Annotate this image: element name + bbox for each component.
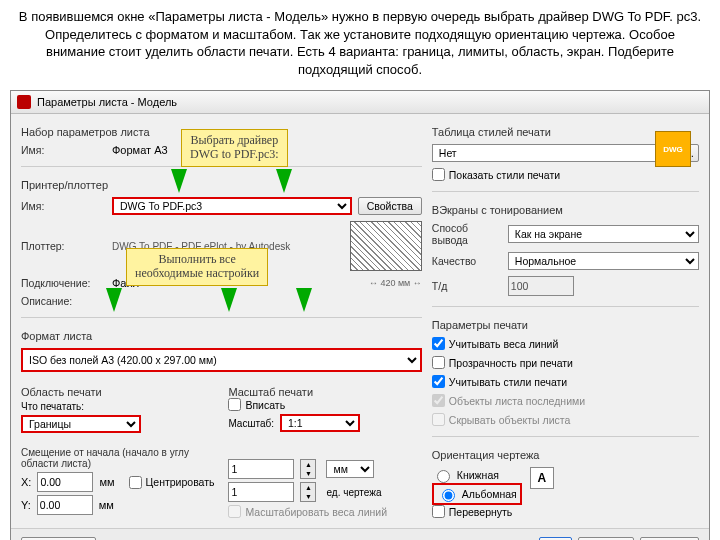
shade-way-label: Способ вывода: [432, 222, 502, 246]
dwg-badge-icon: DWG: [655, 131, 691, 167]
show-styles-checkbox[interactable]: Показать стили печати: [432, 168, 699, 181]
drawing-units-label: ед. чертежа: [326, 487, 381, 498]
y-label: Y:: [21, 499, 31, 511]
upside-down-checkbox[interactable]: Перевернуть: [432, 505, 522, 518]
group-paper-format: Формат листа: [21, 330, 422, 342]
name-value: Формат А3: [112, 144, 168, 156]
where-value: Файл: [112, 277, 139, 289]
spinner-arrows[interactable]: ▲▼: [300, 482, 316, 502]
plot-area-select[interactable]: Границы: [21, 415, 141, 433]
scale-label: Масштаб:: [228, 418, 274, 429]
opt-plotstyles-checkbox[interactable]: Учитывать стили печати: [432, 375, 699, 388]
portrait-radio[interactable]: Книжная: [432, 467, 522, 483]
group-orientation: Ориентация чертежа: [432, 449, 699, 461]
group-scale: Масштаб печати: [228, 386, 421, 398]
properties-button[interactable]: Свойства: [358, 197, 422, 215]
center-checkbox[interactable]: Центрировать: [129, 476, 215, 489]
x-label: X:: [21, 476, 31, 488]
dpi-label: Т/д: [432, 280, 502, 292]
button-bar: Просмотр... OK Отмена Справка: [11, 528, 709, 540]
dialog-window: Параметры листа - Модель DWG Выбрать дра…: [10, 90, 710, 540]
paper-format-select[interactable]: ISO без полей A3 (420.00 x 297.00 мм): [21, 348, 422, 372]
group-plot-options: Параметры печати: [432, 319, 699, 331]
y-unit: мм: [99, 499, 114, 511]
quality-select[interactable]: Нормальное: [508, 252, 699, 270]
scale-mm-input[interactable]: [228, 459, 294, 479]
x-unit: мм: [99, 476, 114, 488]
plot-style-select[interactable]: Нет: [432, 144, 673, 162]
scale-du-input[interactable]: [228, 482, 294, 502]
dpi-input: [508, 276, 574, 296]
desc-label: Описание:: [21, 295, 106, 307]
opt-lineweights-checkbox[interactable]: Учитывать веса линий: [432, 337, 699, 350]
scale-select[interactable]: 1:1: [280, 414, 360, 432]
group-shaded-viewports: ВЭкраны с тонированием: [432, 204, 699, 216]
opt-hide-paperspace-checkbox: Скрывать объекты листа: [432, 413, 699, 426]
paper-preview-icon: [350, 221, 422, 271]
size-hint: ↔ 420 мм ↔: [369, 278, 422, 288]
printer-select[interactable]: DWG To PDF.pc3: [112, 197, 352, 215]
opt-transparency-checkbox[interactable]: Прозрачность при печати: [432, 356, 699, 369]
where-label: Подключение:: [21, 277, 106, 289]
plotter-label: Плоттер:: [21, 240, 106, 252]
plotter-value: DWG To PDF - PDF ePlot - by Autodesk: [112, 241, 290, 252]
scale-lw-checkbox[interactable]: Масштабировать веса линий: [228, 505, 421, 518]
landscape-radio[interactable]: Альбомная: [432, 483, 522, 505]
name-label: Имя:: [21, 144, 106, 156]
scale-unit-select[interactable]: мм: [326, 460, 374, 478]
group-offset: Смещение от начала (начало в углу област…: [21, 447, 214, 469]
opt-paperspace-last-checkbox: Объекты листа последними: [432, 394, 699, 407]
orientation-preview-icon: A: [530, 467, 554, 489]
shade-way-select[interactable]: Как на экране: [508, 225, 699, 243]
quality-label: Качество: [432, 255, 502, 267]
group-plot-area: Область печати: [21, 386, 214, 398]
titlebar: Параметры листа - Модель: [11, 91, 709, 114]
printer-name-label: Имя:: [21, 200, 106, 212]
y-input[interactable]: [37, 495, 93, 515]
app-icon: [17, 95, 31, 109]
x-input[interactable]: [37, 472, 93, 492]
instruction-text: В появившемся окне «Параметры листа - Мо…: [0, 0, 720, 86]
window-title: Параметры листа - Модель: [37, 96, 177, 108]
group-page-setup: Набор параметров листа: [21, 126, 422, 138]
spinner-arrows[interactable]: ▲▼: [300, 459, 316, 479]
plot-area-label: Что печатать:: [21, 401, 214, 412]
fit-checkbox[interactable]: Вписать: [228, 398, 421, 411]
group-printer: Принтер/плоттер: [21, 179, 422, 191]
